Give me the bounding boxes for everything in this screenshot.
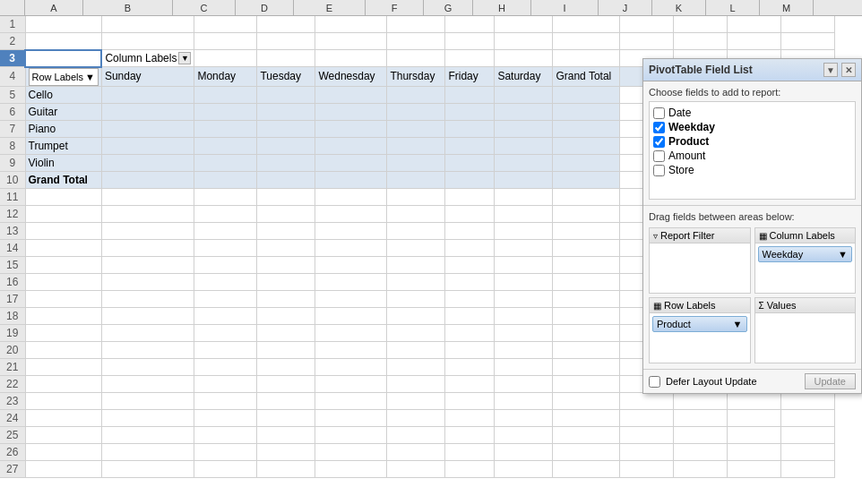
defer-layout-checkbox[interactable] [649,376,660,388]
cell-g4[interactable]: Friday [445,67,495,87]
defer-layout-label[interactable]: Defer Layout Update [666,376,799,387]
cell-a1[interactable] [25,16,101,33]
field-label-product[interactable]: Product [668,135,709,148]
cell-g10[interactable] [445,171,495,188]
field-checkbox-amount[interactable] [653,150,665,162]
cell-a6[interactable]: Guitar [25,103,101,120]
cell-e4[interactable]: Wednesday [315,67,387,87]
cell-e6[interactable] [315,103,387,120]
cell-c9[interactable] [194,154,257,171]
field-label-store[interactable]: Store [668,164,694,176]
update-button[interactable]: Update [805,373,856,389]
field-checkbox-product[interactable] [653,136,665,148]
cell-l1[interactable] [728,16,781,33]
cell-d5[interactable] [257,86,315,103]
cell-c8[interactable] [194,137,257,154]
col-header-d[interactable]: D [236,0,294,15]
cell-g2[interactable] [445,33,495,50]
cell-a3[interactable] [25,50,101,67]
cell-l2[interactable] [728,33,781,50]
cell-a9[interactable]: Violin [25,154,101,171]
field-checkbox-weekday[interactable] [653,122,665,133]
col-header-l[interactable]: L [706,0,760,15]
col-header-a[interactable]: A [25,0,83,15]
pivot-menu-button[interactable]: ▼ [823,63,838,77]
cell-f2[interactable] [387,33,445,50]
product-tag[interactable]: Product ▼ [652,316,747,332]
cell-d8[interactable] [257,137,315,154]
cell-e3[interactable] [315,50,387,67]
cell-i5[interactable] [553,86,620,103]
cell-h10[interactable] [495,171,553,188]
cell-i2[interactable] [553,33,620,50]
field-checkbox-store[interactable] [653,165,665,176]
cell-m2[interactable] [781,33,835,50]
cell-a7[interactable]: Piano [25,120,101,137]
cell-c2[interactable] [194,33,257,50]
cell-f7[interactable] [387,120,445,137]
col-header-k[interactable]: K [652,0,706,15]
cell-c10[interactable] [194,171,257,188]
cell-h1[interactable] [495,16,553,33]
cell-k2[interactable] [674,33,728,50]
cell-e9[interactable] [315,154,387,171]
cell-h6[interactable] [495,103,553,120]
cell-g5[interactable] [445,86,495,103]
col-header-j[interactable]: J [599,0,652,15]
cell-g7[interactable] [445,120,495,137]
cell-e2[interactable] [315,33,387,50]
cell-i9[interactable] [553,154,620,171]
cell-b9[interactable] [101,154,194,171]
cell-f8[interactable] [387,137,445,154]
cell-d7[interactable] [257,120,315,137]
cell-i7[interactable] [553,120,620,137]
cell-i6[interactable] [553,103,620,120]
cell-c7[interactable] [194,120,257,137]
cell-a8[interactable]: Trumpet [25,137,101,154]
column-labels-dropdown[interactable]: ▼ [178,52,191,64]
cell-d9[interactable] [257,154,315,171]
pivot-area-values-body[interactable] [755,313,856,363]
cell-b10[interactable] [101,171,194,188]
cell-e7[interactable] [315,120,387,137]
col-header-e[interactable]: E [294,0,366,15]
cell-k1[interactable] [674,16,728,33]
cell-h9[interactable] [495,154,553,171]
cell-a4[interactable]: Row Labels ▼ [25,67,101,87]
cell-d3[interactable] [257,50,315,67]
cell-c5[interactable] [194,86,257,103]
cell-e8[interactable] [315,137,387,154]
cell-g6[interactable] [445,103,495,120]
row-labels-dropdown[interactable]: Row Labels ▼ [29,68,99,86]
cell-h8[interactable] [495,137,553,154]
cell-f10[interactable] [387,171,445,188]
cell-f3[interactable] [387,50,445,67]
cell-i8[interactable] [553,137,620,154]
cell-e1[interactable] [315,16,387,33]
cell-j1[interactable] [620,16,674,33]
cell-f9[interactable] [387,154,445,171]
col-header-b[interactable]: B [83,0,173,15]
col-header-c[interactable]: C [173,0,236,15]
col-header-m[interactable]: M [760,0,814,15]
cell-b7[interactable] [101,120,194,137]
cell-f4[interactable]: Thursday [387,67,445,87]
cell-h7[interactable] [495,120,553,137]
cell-c3[interactable] [194,50,257,67]
cell-f1[interactable] [387,16,445,33]
cell-e10[interactable] [315,171,387,188]
cell-b8[interactable] [101,137,194,154]
cell-g9[interactable] [445,154,495,171]
pivot-close-button[interactable]: ✕ [841,63,856,77]
cell-g8[interactable] [445,137,495,154]
cell-d10[interactable] [257,171,315,188]
cell-f5[interactable] [387,86,445,103]
cell-a2[interactable] [25,33,101,50]
cell-h3[interactable] [495,50,553,67]
weekday-tag[interactable]: Weekday ▼ [758,246,853,262]
cell-a5[interactable]: Cello [25,86,101,103]
cell-h2[interactable] [495,33,553,50]
cell-g1[interactable] [445,16,495,33]
cell-b3[interactable]: Column Labels ▼ [101,50,194,67]
cell-f6[interactable] [387,103,445,120]
